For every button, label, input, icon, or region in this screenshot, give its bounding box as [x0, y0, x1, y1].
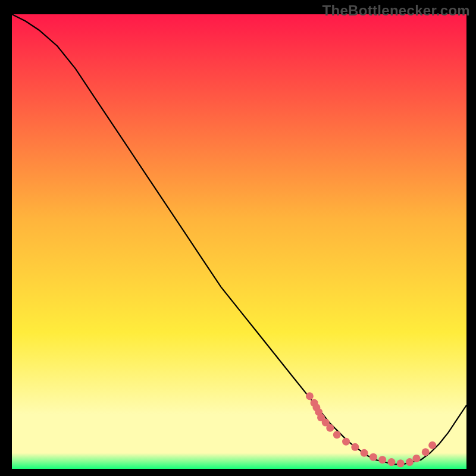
data-dot	[361, 449, 368, 457]
data-dot	[412, 455, 420, 462]
data-dot	[369, 453, 377, 461]
data-dot	[306, 392, 314, 400]
data-dot	[351, 443, 359, 451]
bottleneck-chart	[12, 14, 466, 469]
data-dot	[422, 448, 430, 456]
watermark-text: TheBottlenecker.com	[322, 2, 470, 19]
data-dot	[342, 438, 350, 446]
data-dot	[333, 431, 341, 439]
data-dot	[406, 458, 414, 466]
data-dot	[326, 424, 334, 432]
chart-frame: TheBottlenecker.com	[0, 0, 476, 476]
gradient-background	[12, 14, 466, 469]
data-dot	[397, 459, 405, 467]
data-dot	[428, 441, 436, 449]
data-dot	[387, 458, 395, 466]
data-dot	[378, 456, 386, 464]
